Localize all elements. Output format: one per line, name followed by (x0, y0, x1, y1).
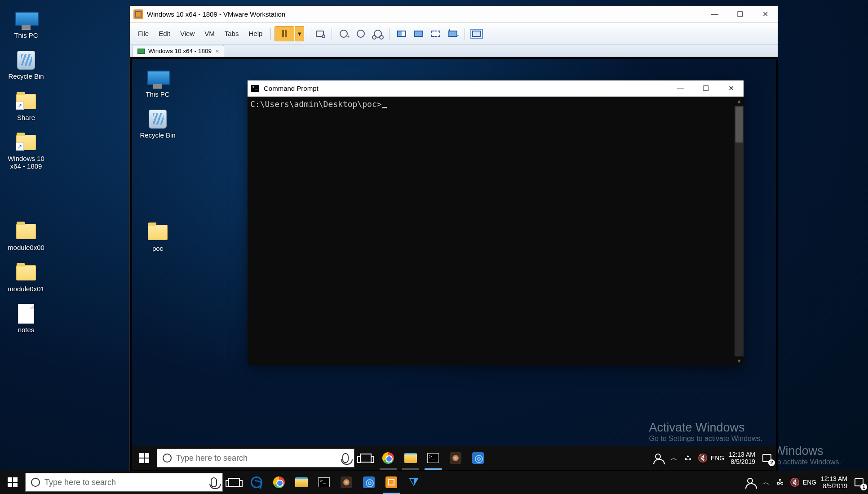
tab-close-button[interactable]: × (215, 47, 219, 55)
start-button[interactable] (132, 446, 157, 470)
folder-icon (16, 135, 36, 150)
console-view-button[interactable] (429, 27, 443, 41)
desktop-icon-label: This PC (4, 31, 49, 39)
desktop-icon-this-pc[interactable]: This PC (4, 8, 49, 39)
desktop-icon-share[interactable]: Share (4, 90, 49, 121)
volume-icon[interactable]: 🔇 (696, 453, 709, 463)
vm-running-icon (137, 49, 145, 54)
menu-help[interactable]: Help (244, 28, 267, 39)
taskbar-app-cmd[interactable] (422, 446, 444, 470)
thumbnail-view-button[interactable] (469, 27, 484, 41)
network-icon[interactable]: 🖧 (682, 454, 695, 462)
chrome-icon (382, 452, 394, 464)
taskbar-app-cmd[interactable] (313, 471, 335, 494)
host-desktop-icons: This PC Recycle Bin Share Windows 10 x64… (4, 8, 49, 343)
desktop-icon-recycle-bin[interactable]: Recycle Bin (4, 49, 49, 80)
send-ctrl-alt-del-button[interactable] (313, 27, 327, 41)
vm-tab-label: Windows 10 x64 - 1809 (148, 48, 212, 54)
clock-time: 12:13 AM (821, 475, 847, 482)
guest-desktop[interactable]: This PC Recycle Bin poc Activate Windows… (132, 59, 776, 470)
volume-icon[interactable]: 🔇 (788, 477, 801, 487)
scroll-thumb[interactable] (735, 107, 743, 142)
command-prompt-window[interactable]: Command Prompt — ☐ ✕ C:\Users\admin\Desk… (248, 80, 744, 365)
people-button[interactable] (653, 454, 666, 463)
unity-button[interactable] (412, 27, 426, 41)
snapshot-take-button[interactable] (337, 27, 351, 41)
folder-icon (16, 224, 36, 239)
taskbar-clock[interactable]: 12:13 AM 8/5/2019 (817, 475, 851, 490)
fullscreen-button[interactable] (394, 27, 409, 41)
tray-overflow-button[interactable]: ︿ (760, 478, 772, 487)
taskbar-app-vmware[interactable] (380, 471, 403, 494)
desktop-icon-notes[interactable]: notes (4, 303, 49, 334)
snapshot-revert-button[interactable] (354, 27, 368, 41)
desktop-icon-poc[interactable]: poc (135, 221, 180, 252)
taskbar-app-image[interactable] (335, 471, 358, 494)
action-center-button[interactable]: 2 (761, 452, 773, 464)
desktop-icon-module0x01[interactable]: module0x01 (4, 262, 49, 293)
pc-icon (147, 71, 168, 86)
taskbar-app-explorer[interactable] (290, 471, 313, 494)
menu-view[interactable]: View (176, 28, 199, 39)
separator (332, 28, 332, 40)
menu-edit[interactable]: Edit (154, 28, 175, 39)
vmware-titlebar[interactable]: Windows 10 x64 - 1809 - VMware Workstati… (130, 6, 778, 23)
microphone-icon[interactable] (342, 453, 349, 463)
vmware-workstation-window[interactable]: Windows 10 x64 - 1809 - VMware Workstati… (129, 5, 778, 472)
taskbar-search[interactable]: Type here to search (25, 473, 223, 492)
activate-windows-watermark: Activate Windows Go to Settings to activ… (649, 421, 762, 443)
taskbar-app-chrome[interactable] (268, 471, 290, 494)
activate-title: Activate Windows (649, 421, 762, 435)
clock-date: 8/5/2019 (729, 458, 755, 465)
cmd-titlebar[interactable]: Command Prompt — ☐ ✕ (248, 80, 744, 97)
minimize-button[interactable]: — (668, 80, 693, 97)
host-desktop[interactable]: This PC Recycle Bin Share Windows 10 x64… (0, 0, 868, 494)
cmd-scrollbar[interactable]: ▲ ▼ (735, 97, 744, 365)
vm-tab[interactable]: Windows 10 x64 - 1809 × (133, 45, 224, 57)
desktop-icon-this-pc[interactable]: This PC (135, 67, 180, 98)
minimize-button[interactable]: — (702, 6, 727, 23)
taskbar-app-explorer[interactable] (399, 446, 422, 470)
desktop-icon-recycle-bin[interactable]: Recycle Bin (135, 108, 180, 139)
task-view-button[interactable] (223, 471, 245, 494)
snapshot-manager-button[interactable] (371, 27, 385, 41)
scroll-down-button[interactable]: ▼ (735, 356, 744, 365)
vmware-tabstrip: Windows 10 x64 - 1809 × (130, 45, 778, 57)
taskbar-app-image[interactable] (444, 446, 467, 470)
menu-file[interactable]: File (133, 28, 153, 39)
people-button[interactable] (745, 478, 758, 487)
scroll-up-button[interactable]: ▲ (735, 97, 744, 106)
menu-tabs[interactable]: Tabs (220, 28, 244, 39)
maximize-button[interactable]: ☐ (693, 80, 718, 97)
tray-overflow-button[interactable]: ︿ (668, 454, 680, 463)
desktop-icon-module0x00[interactable]: module0x00 (4, 220, 49, 251)
action-center-button[interactable]: 1 (853, 476, 865, 489)
desktop-icon-windows10-vm[interactable]: Windows 10 x64 - 1809 (4, 131, 49, 170)
network-icon[interactable]: 🖧 (774, 478, 787, 486)
taskbar-app-windbg[interactable] (467, 446, 489, 470)
language-indicator[interactable]: ENG (803, 479, 815, 486)
taskbar-app-chrome[interactable] (377, 446, 399, 470)
menu-vm[interactable]: VM (200, 28, 219, 39)
multi-monitor-button[interactable] (446, 27, 460, 41)
activate-subtitle: Go to Settings to activate Windows. (649, 435, 762, 443)
desktop-icon-label: module0x01 (4, 285, 49, 293)
close-button[interactable]: ✕ (753, 6, 778, 23)
notification-count: 1 (860, 484, 867, 490)
vm-viewport[interactable]: This PC Recycle Bin poc Activate Windows… (130, 57, 778, 472)
cmd-body[interactable]: C:\Users\admin\Desktop\poc> ▲ ▼ (248, 97, 744, 365)
close-button[interactable]: ✕ (718, 80, 744, 97)
task-view-button[interactable] (354, 446, 377, 470)
maximize-button[interactable]: ☐ (727, 6, 753, 23)
taskbar-search[interactable]: Type here to search (157, 449, 354, 467)
power-dropdown-button[interactable]: ▾ (295, 26, 304, 41)
taskbar-app-edge[interactable] (245, 471, 268, 494)
folder-icon (16, 94, 36, 109)
start-button[interactable] (0, 471, 25, 494)
taskbar-app-windbg[interactable] (358, 471, 380, 494)
power-pause-button[interactable] (275, 26, 294, 41)
language-indicator[interactable]: ENG (711, 454, 723, 462)
taskbar-app-vscode[interactable]: ⧩ (403, 471, 425, 494)
microphone-icon[interactable] (211, 477, 217, 487)
taskbar-clock[interactable]: 12:13 AM 8/5/2019 (725, 451, 759, 465)
